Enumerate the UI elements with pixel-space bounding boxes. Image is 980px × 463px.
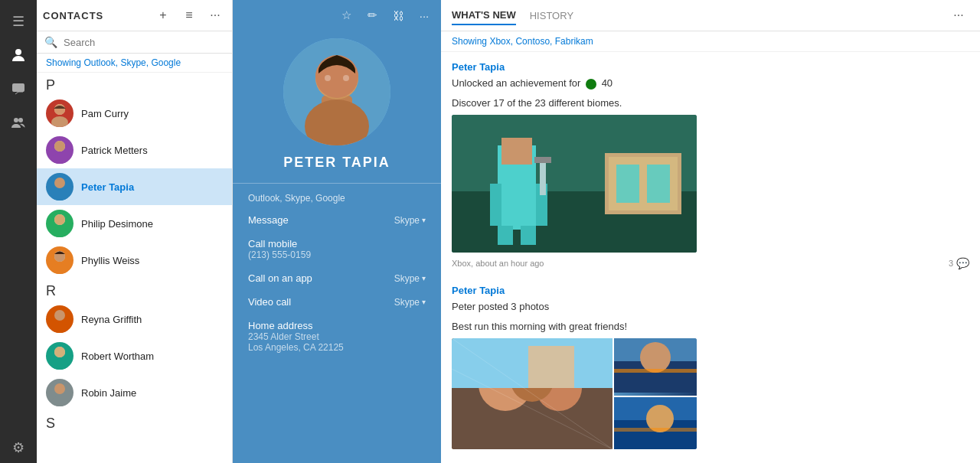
news-sources-link[interactable]: Xbox, Contoso, Fabrikam [489,36,593,47]
news-header: WHAT'S NEW HISTORY ··· [441,0,980,31]
edit-contact-icon[interactable]: ✏ [361,5,383,26]
svg-point-22 [54,347,65,357]
detail-row-message[interactable]: Message Skype ▾ [248,214,426,226]
contacts-more-icon[interactable]: ··· [204,5,226,26]
nav-bar: ☰ ⚙ [0,0,37,463]
news-author-peter-2[interactable]: Peter Tapia [452,285,505,296]
svg-point-16 [51,263,68,274]
add-contact-icon[interactable]: + [152,5,174,26]
svg-rect-42 [521,226,536,245]
xbox-icon [586,79,596,90]
contact-item-robert[interactable]: Robert Wortham [37,337,232,374]
link-contact-icon[interactable]: ⛓ [387,5,409,26]
svg-point-13 [51,227,68,237]
svg-point-5 [51,116,68,127]
video-provider: Skype ▾ [394,297,426,308]
tab-history[interactable]: HISTORY [530,7,573,24]
detail-avatar-wrap [233,31,441,155]
contacts-title: CONTACTS [43,10,148,21]
photo-left [452,338,612,449]
video-chevron: ▾ [422,298,426,306]
avatar-reyna [46,305,74,333]
detail-panel: ☆ ✏ ⛓ ··· PETER TAPIA Outlook, Skype, [233,0,441,463]
contact-item-robin[interactable]: Robin Jaime [37,374,232,411]
svg-point-0 [15,49,21,55]
detail-more-icon[interactable]: ··· [413,5,435,26]
chat-nav-icon[interactable] [3,73,34,104]
svg-rect-48 [647,165,670,203]
svg-point-19 [51,322,68,333]
avatar-pam [46,99,74,127]
contacts-list: P Pam Curry Patrick Metters Peter Tapia … [37,73,232,463]
contact-item-pam[interactable]: Pam Curry [37,95,232,132]
contacts-panel: CONTACTS + ≡ ··· 🔍 Showing Outlook, Skyp… [37,0,233,463]
svg-point-18 [54,310,65,321]
svg-rect-65 [614,428,697,432]
contact-item-philip[interactable]: Philip Desimone [37,205,232,242]
news-more-icon[interactable]: ··· [948,5,969,26]
call-app-label: Call on an app [248,272,312,284]
contacts-sources-link[interactable]: Outlook, Skype, Google [83,57,181,68]
svg-rect-37 [501,138,532,165]
tab-whats-new[interactable]: WHAT'S NEW [452,6,516,25]
contacts-showing-bar: Showing Outlook, Skype, Google [37,54,232,73]
svg-rect-55 [528,346,574,388]
contact-name-pam: Pam Curry [81,108,129,119]
list-view-icon[interactable]: ≡ [178,5,200,26]
detail-row-address: Home address 2345 Alder Street Los Angel… [248,320,426,353]
contact-name-reyna: Reyna Griffith [81,314,142,325]
svg-rect-41 [498,226,513,245]
svg-point-14 [54,214,65,225]
news-achievement-desc: Discover 17 of the 23 different biomes. [452,96,969,111]
contact-name-phyllis: Phyllis Weiss [81,255,139,266]
news-item-photos-header: Peter Tapia [452,285,969,296]
avatar-phyllis [46,246,74,274]
news-author-peter-1[interactable]: Peter Tapia [452,61,505,73]
letter-r-header: R [37,279,232,301]
svg-point-21 [51,359,68,370]
svg-rect-47 [616,165,639,203]
hamburger-icon[interactable]: ☰ [3,6,34,37]
avatar-robert [46,342,74,370]
news-item-xbox-header: Peter Tapia [452,61,969,73]
contact-name-patrick: Patrick Metters [81,145,148,156]
svg-point-31 [325,75,331,81]
address-label: Home address [248,320,426,331]
news-panel: WHAT'S NEW HISTORY ··· Showing Xbox, Con… [441,0,980,463]
photo-top-right [614,338,697,396]
svg-point-23 [54,383,65,394]
video-call-label: Video call [248,296,291,308]
call-mobile-label: Call mobile [248,238,426,249]
detail-row-call-app[interactable]: Call on an app Skype ▾ [248,272,426,284]
avatar-patrick [46,136,74,164]
news-item-photos: Peter Tapia Peter posted 3 photos Best r… [452,285,969,449]
svg-point-9 [54,141,65,152]
group-nav-icon[interactable] [3,107,34,138]
xbox-comment-count: 3 💬 [949,257,969,269]
detail-sources: Outlook, Skype, Google [248,193,426,204]
contact-item-peter[interactable]: Peter Tapia [37,168,232,205]
contact-item-reyna[interactable]: Reyna Griffith [37,301,232,337]
favorite-icon[interactable]: ☆ [335,5,357,26]
svg-point-2 [14,118,18,122]
svg-rect-61 [614,369,697,373]
detail-actions-bar: ☆ ✏ ⛓ ··· [233,0,441,31]
detail-avatar [283,38,390,145]
call-app-provider: Skype ▾ [394,273,426,284]
svg-point-10 [54,178,65,188]
settings-nav-icon[interactable]: ⚙ [3,432,34,463]
call-mobile-number: (213) 555-0159 [248,249,426,260]
detail-body: Outlook, Skype, Google Message Skype ▾ C… [233,184,441,463]
detail-row-video[interactable]: Video call Skype ▾ [248,296,426,308]
call-app-chevron: ▾ [422,274,426,282]
detail-row-call-mobile[interactable]: Call mobile (213) 555-0159 [248,238,426,260]
contact-item-patrick[interactable]: Patrick Metters [37,132,232,168]
search-box: 🔍 [37,31,232,54]
search-input[interactable] [64,37,224,48]
people-nav-icon[interactable] [3,40,34,70]
detail-contact-name: PETER TAPIA [233,155,441,183]
minecraft-image [452,115,697,253]
contact-item-phyllis[interactable]: Phyllis Weiss [37,242,232,279]
svg-rect-44 [534,157,551,163]
news-achievement-text: Unlocked an achievement for 40 [452,76,969,91]
